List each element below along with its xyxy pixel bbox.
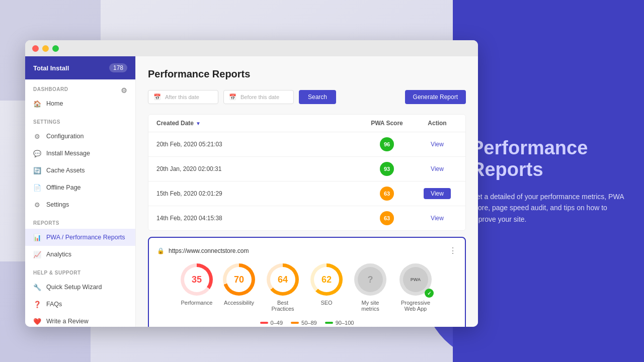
search-button[interactable]: Search bbox=[299, 90, 336, 104]
main-content: Performance Reports 📅 After this date 📅 … bbox=[136, 56, 478, 327]
accessibility-value: 70 bbox=[226, 267, 252, 292]
cache-icon: 🔄 bbox=[33, 166, 41, 174]
browser-titlebar bbox=[25, 40, 478, 56]
view-button[interactable]: View bbox=[431, 215, 444, 222]
sidebar-item-label: FAQs bbox=[46, 301, 62, 308]
more-options-icon[interactable]: ⋮ bbox=[449, 246, 457, 255]
sidebar-item-label: Settings bbox=[46, 201, 69, 208]
sidebar-header: Total Install 178 bbox=[25, 56, 135, 79]
row-date: 20th Jan, 2020 02:00:31 bbox=[156, 165, 357, 172]
row-pwa-score: 63 bbox=[357, 211, 417, 225]
minimize-button[interactable] bbox=[42, 45, 49, 52]
legend-label-red: 0–49 bbox=[271, 320, 283, 326]
legend-label-orange: 50–89 bbox=[301, 320, 317, 326]
sidebar: Total Install 178 DASHBOARD ⚙ 🏠 Home SET… bbox=[25, 56, 136, 327]
chart-icon: 📊 bbox=[33, 233, 41, 241]
table-row: 20th Jan, 2020 02:00:31 93 View bbox=[148, 157, 465, 182]
best-practices-circle: 64 bbox=[267, 263, 299, 296]
row-date: 14th Feb, 2020 04:15:38 bbox=[156, 215, 357, 222]
sort-icon: ▼ bbox=[196, 121, 201, 126]
my-site-circle: ? bbox=[354, 263, 386, 296]
sidebar-item-pwa-reports[interactable]: 📊 PWA / Performance Reports bbox=[25, 229, 135, 246]
site-url: https://www.connectstore.com bbox=[169, 247, 249, 254]
right-panel-description: Get a detailed of your performance metri… bbox=[471, 191, 626, 225]
pwa-circle: PWA ✓ bbox=[399, 263, 432, 296]
maximize-button[interactable] bbox=[52, 45, 59, 52]
settings-icon[interactable]: ⚙ bbox=[121, 86, 128, 95]
legend-row: 0–49 50–89 90–100 bbox=[157, 320, 457, 326]
sidebar-item-home[interactable]: 🏠 Home bbox=[25, 95, 135, 112]
section-label-dashboard: DASHBOARD ⚙ bbox=[25, 79, 135, 95]
seo-label: SEO bbox=[320, 300, 332, 306]
view-button[interactable]: View bbox=[431, 141, 444, 148]
sidebar-item-quick-setup[interactable]: 🔧 Quick Setup Wizard bbox=[25, 279, 135, 296]
performance-label: Performance bbox=[181, 300, 213, 306]
my-site-value: ? bbox=[358, 267, 383, 292]
view-button[interactable]: View bbox=[431, 165, 444, 172]
sidebar-item-label: PWA / Performance Reports bbox=[46, 234, 125, 241]
browser-window: Total Install 178 DASHBOARD ⚙ 🏠 Home SET… bbox=[25, 40, 478, 327]
generate-report-button[interactable]: Generate Report bbox=[405, 90, 466, 104]
row-action: View bbox=[417, 188, 457, 199]
section-label-help: HELP & SUPPORT bbox=[25, 263, 135, 279]
seo-circle: 62 bbox=[310, 263, 343, 296]
date-before-placeholder: Before this date bbox=[240, 94, 279, 100]
section-label-settings: SETTINGS bbox=[25, 112, 135, 128]
metrics-row: 35 Performance 70 Accessibility bbox=[157, 263, 457, 312]
table-row: 15th Feb, 2020 02:01:29 63 View bbox=[148, 182, 465, 206]
sidebar-item-label: Configuration bbox=[46, 133, 84, 140]
date-after-placeholder: After this date bbox=[165, 94, 199, 100]
right-panel-title-line2: Reports bbox=[471, 159, 543, 180]
sidebar-item-label: Cache Assets bbox=[46, 167, 85, 174]
pwa-score-badge: 63 bbox=[380, 211, 394, 225]
right-panel-title-line1: Performance bbox=[471, 137, 588, 158]
metric-pwa: PWA ✓ Progressive Web App bbox=[398, 263, 433, 312]
row-date: 20th Feb, 2020 05:21:03 bbox=[156, 141, 357, 148]
sidebar-item-label: Offline Page bbox=[46, 184, 81, 191]
close-button[interactable] bbox=[32, 45, 39, 52]
date-column-header[interactable]: Created Date ▼ bbox=[156, 120, 357, 127]
message-icon: 💬 bbox=[33, 149, 41, 157]
filter-row: 📅 After this date 📅 Before this date Sea… bbox=[148, 90, 466, 104]
table-row: 14th Feb, 2020 04:15:38 63 View bbox=[148, 206, 465, 230]
date-after-input[interactable]: 📅 After this date bbox=[148, 90, 218, 104]
table-header: Created Date ▼ PWA Score Action bbox=[148, 115, 465, 132]
legend-item-red: 0–49 bbox=[260, 320, 283, 326]
sidebar-item-analytics[interactable]: 📈 Analytics bbox=[25, 246, 135, 263]
metric-seo: 62 SEO bbox=[310, 263, 343, 312]
sidebar-item-install-message[interactable]: 💬 Install Message bbox=[25, 145, 135, 162]
row-action: View bbox=[417, 215, 457, 222]
row-action: View bbox=[417, 165, 457, 172]
metric-performance: 35 Performance bbox=[181, 263, 213, 312]
calendar-icon: 📅 bbox=[153, 94, 161, 101]
legend-label-green: 90–100 bbox=[336, 320, 354, 326]
best-practices-value: 64 bbox=[270, 267, 295, 292]
section-label-reports: REPORTS bbox=[25, 213, 135, 229]
metric-best-practices: 64 Best Practices bbox=[265, 263, 300, 312]
sidebar-item-faqs[interactable]: ❓ FAQs bbox=[25, 296, 135, 313]
legend-dot-red bbox=[260, 322, 268, 324]
home-icon: 🏠 bbox=[33, 100, 41, 108]
right-panel: Performance Reports Get a detailed of yo… bbox=[453, 0, 644, 362]
sidebar-item-write-review[interactable]: ❤️ Write a Review bbox=[25, 313, 135, 327]
pwa-score-badge: 63 bbox=[380, 187, 394, 201]
metric-my-site: ? My site metrics bbox=[353, 263, 388, 312]
sidebar-item-settings[interactable]: ⚙ Settings bbox=[25, 196, 135, 213]
date-before-input[interactable]: 📅 Before this date bbox=[223, 90, 294, 104]
sidebar-item-label: Analytics bbox=[46, 251, 71, 258]
metric-accessibility: 70 Accessibility bbox=[223, 263, 255, 312]
sidebar-item-offline-page[interactable]: 📄 Offline Page bbox=[25, 179, 135, 196]
calendar-icon: 📅 bbox=[229, 94, 236, 101]
install-count-badge: 178 bbox=[109, 63, 127, 72]
performance-value: 35 bbox=[184, 267, 209, 292]
sidebar-item-cache-assets[interactable]: 🔄 Cache Assets bbox=[25, 162, 135, 179]
view-button[interactable]: View bbox=[424, 188, 451, 199]
pwa-column-header: PWA Score bbox=[357, 120, 417, 127]
wizard-icon: 🔧 bbox=[33, 283, 41, 291]
row-pwa-score: 96 bbox=[357, 137, 417, 151]
accessibility-label: Accessibility bbox=[224, 300, 254, 306]
legend-item-orange: 50–89 bbox=[291, 320, 317, 326]
date-column-label: Created Date bbox=[156, 120, 194, 127]
row-date: 15th Feb, 2020 02:01:29 bbox=[156, 190, 357, 197]
sidebar-item-configuration[interactable]: ⚙ Configuration bbox=[25, 128, 135, 145]
